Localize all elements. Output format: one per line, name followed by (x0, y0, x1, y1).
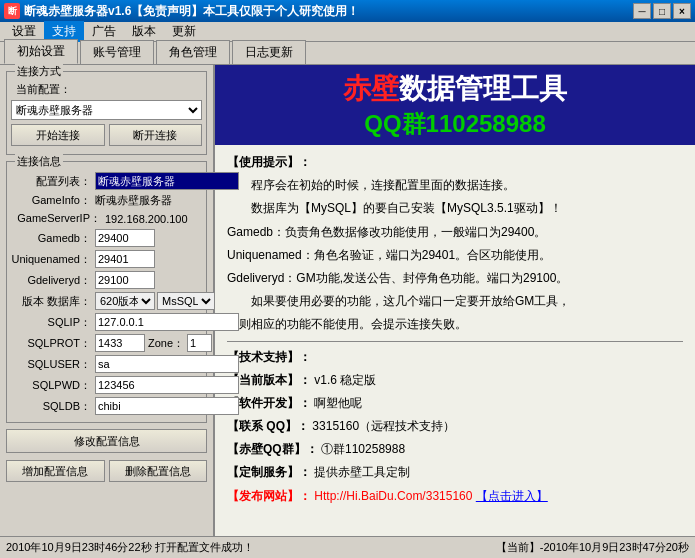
tip6: 如果要使用必要的功能，这几个端口一定要开放给GM工具， (227, 292, 683, 311)
banner-title: 赤壁数据管理工具 (343, 70, 567, 108)
menu-ads[interactable]: 广告 (84, 21, 124, 42)
connect-group: 连接方式 当前配置： 断魂赤壁服务器 开始连接 断开连接 (6, 71, 207, 155)
connect-button[interactable]: 开始连接 (11, 124, 105, 146)
tip-title: 【使用提示】： (227, 153, 683, 172)
tip7: 否则相应的功能不能使用。会提示连接失败。 (227, 315, 683, 334)
current-config-label: 当前配置： (11, 82, 71, 97)
connect-group-label: 连接方式 (15, 64, 63, 79)
sqluser-input[interactable] (95, 355, 239, 373)
tech-title: 【技术支持】： (227, 348, 683, 367)
divider (227, 341, 683, 342)
info-group: 连接信息 配置列表： GameInfo： 断魂赤壁服务器 GameServerI… (6, 161, 207, 423)
app-icon: 断 (4, 3, 20, 19)
status-bar: 2010年10月9日23时46分22秒 打开配置文件成功！ 【当前】-2010年… (0, 536, 695, 558)
sqldb-input[interactable] (95, 397, 239, 415)
version-info: 【当前版本】： v1.6 稳定版 (227, 371, 683, 390)
window-title: 断魂赤壁服务器v1.6【免责声明】本工具仅限于个人研究使用！ (24, 3, 631, 20)
tip4: Uniquenamed：角色名验证，端口为29401。合区功能使用。 (227, 246, 683, 265)
config-list-input[interactable] (95, 172, 239, 190)
gameinfo-value: 断魂赤壁服务器 (95, 193, 172, 208)
add-config-button[interactable]: 增加配置信息 (6, 460, 105, 482)
sqlpwd-label: SQLPWD： (11, 378, 91, 393)
info-group-label: 连接信息 (15, 154, 63, 169)
tab-initial-settings[interactable]: 初始设置 (4, 39, 78, 64)
gdeliveryd-label: Gdeliveryd： (11, 273, 91, 288)
zone-label: Zone： (148, 336, 184, 351)
custom-info: 【定制服务】： 提供赤壁工具定制 (227, 463, 683, 482)
disconnect-button[interactable]: 断开连接 (109, 124, 203, 146)
status-left: 2010年10月9日23时46分22秒 打开配置文件成功！ (6, 540, 496, 555)
zone-input[interactable] (187, 334, 212, 352)
qq-info: 【联系 QQ】： 3315160（远程技术支持） (227, 417, 683, 436)
minimize-button[interactable]: ─ (633, 3, 651, 19)
sqlip-label: SQLIP： (11, 315, 91, 330)
tab-bar: 初始设置 账号管理 角色管理 日志更新 (0, 42, 695, 64)
delete-config-button[interactable]: 删除配置信息 (109, 460, 208, 482)
right-panel: 赤壁数据管理工具 QQ群110258988 【使用提示】： 程序会在初始的时候，… (215, 65, 695, 536)
sqlport-input[interactable] (95, 334, 145, 352)
menu-bar: 设置 支持 广告 版本 更新 (0, 22, 695, 42)
right-content: 【使用提示】： 程序会在初始的时候，连接配置里面的数据连接。 数据库为【MySQ… (215, 145, 695, 536)
title-bar: 断 断魂赤壁服务器v1.6【免责声明】本工具仅限于个人研究使用！ ─ □ × (0, 0, 695, 22)
menu-update[interactable]: 更新 (164, 21, 204, 42)
left-panel: 连接方式 当前配置： 断魂赤壁服务器 开始连接 断开连接 连接信息 配置列表： (0, 65, 215, 536)
modify-config-button[interactable]: 修改配置信息 (6, 429, 207, 453)
sqlpwd-input[interactable] (95, 376, 239, 394)
website-link[interactable]: 【点击进入】 (476, 489, 548, 503)
qq-number: 110258988 (426, 110, 546, 137)
main-content: 连接方式 当前配置： 断魂赤壁服务器 开始连接 断开连接 连接信息 配置列表： (0, 64, 695, 536)
status-right: 【当前】-2010年10月9日23时47分20秒 (496, 540, 689, 555)
tip2: 数据库为【MySQL】的要自己安装【MySQL3.5.1驱动】！ (227, 199, 683, 218)
gameinfo-label: GameInfo： (11, 193, 91, 208)
qq-label: QQ群 (364, 110, 425, 137)
gameserver-value: 192.168.200.100 (105, 213, 188, 225)
tip1: 程序会在初始的时候，连接配置里面的数据连接。 (227, 176, 683, 195)
config-list-label: 配置列表： (11, 174, 91, 189)
db-type-select[interactable]: MsSQL库 (157, 292, 215, 310)
maximize-button[interactable]: □ (653, 3, 671, 19)
tip3: Gamedb：负责角色数据修改功能使用，一般端口为29400。 (227, 223, 683, 242)
close-button[interactable]: × (673, 3, 691, 19)
tip5: Gdeliveryd：GM功能,发送公告、封停角色功能。端口为29100。 (227, 269, 683, 288)
gamedb-label: Gamedb： (11, 231, 91, 246)
version-select[interactable]: 620版本 (95, 292, 155, 310)
config-select[interactable]: 断魂赤壁服务器 (11, 100, 202, 120)
uniquenamed-label: Uniquenamed： (11, 252, 91, 267)
gamedb-input[interactable] (95, 229, 155, 247)
sqluser-label: SQLUSER： (11, 357, 91, 372)
banner-qq: QQ群110258988 (364, 108, 545, 140)
sqlip-input[interactable] (95, 313, 239, 331)
banner-title-red: 赤壁 (343, 73, 399, 104)
website-info: 【发布网站】： Http://Hi.BaiDu.Com/3315160 【点击进… (227, 487, 683, 506)
tab-log-update[interactable]: 日志更新 (232, 40, 306, 64)
version-label: 版本 数据库： (11, 294, 91, 309)
uniquenamed-input[interactable] (95, 250, 155, 268)
menu-version[interactable]: 版本 (124, 21, 164, 42)
banner-title-white: 数据管理工具 (399, 73, 567, 104)
dev-info: 【软件开发】： 啊塑他呢 (227, 394, 683, 413)
cbqq-info: 【赤壁QQ群】： ①群110258988 (227, 440, 683, 459)
banner: 赤壁数据管理工具 QQ群110258988 (215, 65, 695, 145)
sqldb-label: SQLDB： (11, 399, 91, 414)
gameserver-label: GameServerIP： (11, 211, 101, 226)
gdeliveryd-input[interactable] (95, 271, 155, 289)
tab-role-management[interactable]: 角色管理 (156, 40, 230, 64)
sqlport-label: SQLPROT： (11, 336, 91, 351)
tab-account-management[interactable]: 账号管理 (80, 40, 154, 64)
